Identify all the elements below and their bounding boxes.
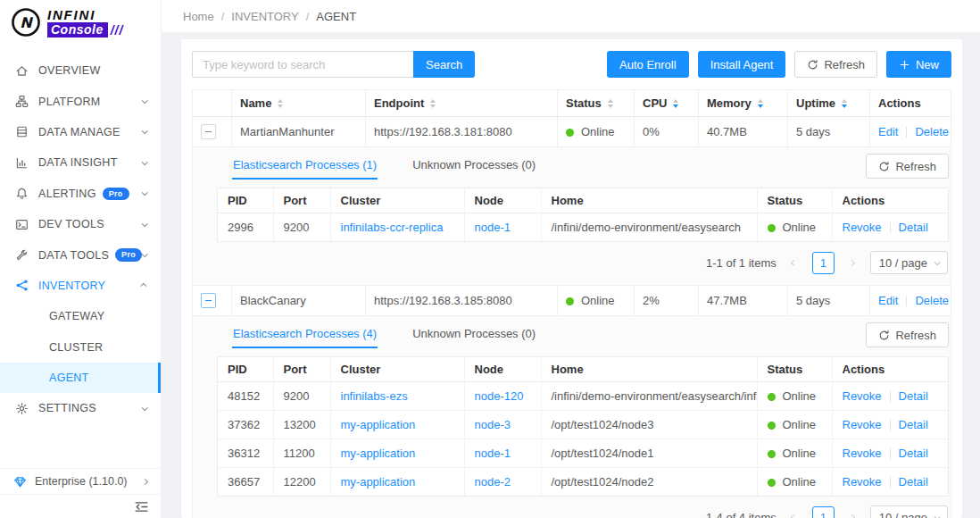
delete-link[interactable]: Delete <box>915 125 949 138</box>
sidebar-item-data-tools[interactable]: DATA TOOLSPro <box>0 239 161 270</box>
detail-link[interactable]: Detail <box>899 475 928 489</box>
column-header-name[interactable]: Name <box>232 90 366 117</box>
column-header-cpu[interactable]: CPU <box>635 90 699 117</box>
toolbar-actions: Auto Enroll Install Agent Refresh New <box>607 51 951 78</box>
search-input[interactable] <box>192 51 413 78</box>
cluster-link[interactable]: infinilabs-ezs <box>341 389 408 403</box>
inventory-icon <box>15 279 29 292</box>
tab-elasticsearch-processes-1[interactable]: Elasticsearch Processes (1) <box>232 153 378 180</box>
process-actions-cell: RevokeDetail <box>832 382 948 411</box>
column-header-endpoint[interactable]: Endpoint <box>366 90 558 117</box>
process-column-header-actions: Actions <box>832 357 948 382</box>
node-link[interactable]: node-3 <box>475 418 511 431</box>
sidebar-item-data-manage[interactable]: DATA MANAGE <box>0 117 161 147</box>
sidebar-item-settings[interactable]: SETTINGS <box>0 393 161 423</box>
search-button[interactable]: Search <box>413 51 475 78</box>
next-page-button[interactable] <box>843 506 862 518</box>
refresh-button[interactable]: Refresh <box>794 51 877 78</box>
cluster-link[interactable]: my-application <box>341 447 416 460</box>
process-column-header-pid: PID <box>218 188 273 213</box>
sidebar-item-label: SETTINGS <box>38 402 96 414</box>
sidebar-item-dev-tools[interactable]: DEV TOOLS <box>0 209 161 239</box>
sort-carets-icon[interactable] <box>278 99 283 108</box>
detail-link[interactable]: Detail <box>899 389 928 403</box>
sort-carets-icon[interactable] <box>673 99 678 108</box>
process-column-header-port: Port <box>273 188 330 213</box>
sort-carets-icon[interactable] <box>430 99 436 108</box>
revoke-link[interactable]: Revoke <box>843 221 882 234</box>
detail-link[interactable]: Detail <box>899 418 928 431</box>
sort-carets-icon[interactable] <box>842 99 847 108</box>
next-page-button[interactable] <box>843 252 862 273</box>
auto-enroll-button[interactable]: Auto Enroll <box>607 51 689 78</box>
sidebar-footer: Enterprise (1.10.0) <box>0 468 161 518</box>
process-node-cell: node-1 <box>464 213 541 242</box>
revoke-link[interactable]: Revoke <box>843 475 882 489</box>
sort-carets-icon[interactable] <box>608 99 613 108</box>
edit-link[interactable]: Edit <box>878 294 898 307</box>
sidebar-item-alerting[interactable]: ALERTINGPro <box>0 179 161 209</box>
page-size-value: 10 / page <box>879 256 927 270</box>
minus-icon <box>205 131 212 132</box>
process-column-header-status: Status <box>757 357 832 382</box>
tab-unknown-processes-0[interactable]: Unknown Processes (0) <box>411 322 536 348</box>
page-1-button[interactable]: 1 <box>812 252 835 274</box>
column-header-status[interactable]: Status <box>558 90 635 117</box>
install-agent-button[interactable]: Install Agent <box>698 51 786 78</box>
detail-link[interactable]: Detail <box>899 221 928 234</box>
cluster-link[interactable]: my-application <box>341 475 416 489</box>
breadcrumb-inventory[interactable]: INVENTORY <box>231 10 298 23</box>
prev-page-button[interactable] <box>785 506 804 518</box>
column-label: Endpoint <box>374 96 424 110</box>
sidebar-item-gateway[interactable]: GATEWAY <box>0 301 161 331</box>
column-label: Name <box>240 96 271 110</box>
page-size-select[interactable]: 10 / page <box>870 505 948 518</box>
panel-refresh-label: Refresh <box>895 160 936 173</box>
edit-link[interactable]: Edit <box>878 125 898 138</box>
node-link[interactable]: node-1 <box>475 221 511 234</box>
menu-fold-icon[interactable] <box>134 499 149 514</box>
column-header-uptime[interactable]: Uptime <box>788 90 870 117</box>
actions-divider <box>890 420 891 430</box>
sidebar-item-cluster[interactable]: CLUSTER <box>0 332 161 363</box>
panel-refresh-button[interactable]: Refresh <box>866 154 949 179</box>
cluster-link[interactable]: infinilabs-ccr-replica <box>341 221 444 234</box>
revoke-link[interactable]: Revoke <box>843 389 882 403</box>
sidebar-item-inventory[interactable]: INVENTORY <box>0 271 161 301</box>
sidebar-item-platform[interactable]: PLATFORM <box>0 86 161 116</box>
prev-page-button[interactable] <box>785 252 804 273</box>
sort-caret-up-icon <box>278 99 283 103</box>
tab-unknown-processes-0[interactable]: Unknown Processes (0) <box>411 153 536 180</box>
process-home-cell: /opt/test1024/node3 <box>541 411 757 439</box>
sidebar-item-label: GATEWAY <box>49 310 104 322</box>
page-size-select[interactable]: 10 / page <box>870 251 948 274</box>
breadcrumb-home[interactable]: Home <box>183 10 214 23</box>
agent-cpu-cell: 0% <box>635 117 699 147</box>
app-logo[interactable]: N INFINI Console /// <box>0 0 161 43</box>
collapse-row-button[interactable] <box>201 293 216 308</box>
revoke-link[interactable]: Revoke <box>843 447 882 460</box>
node-link[interactable]: node-1 <box>475 447 511 460</box>
tab-elasticsearch-processes-4[interactable]: Elasticsearch Processes (4) <box>232 322 378 348</box>
sort-caret-up-icon <box>430 99 436 103</box>
detail-link[interactable]: Detail <box>899 447 928 460</box>
delete-link[interactable]: Delete <box>915 294 949 307</box>
panel-refresh-button[interactable]: Refresh <box>866 322 949 347</box>
sidebar-item-data-insight[interactable]: DATA INSIGHT <box>0 147 161 178</box>
page-1-button[interactable]: 1 <box>812 506 835 518</box>
column-header-memory[interactable]: Memory <box>699 90 788 117</box>
sidebar-item-label: PLATFORM <box>38 96 101 108</box>
sidebar-item-overview[interactable]: OVERVIEW <box>0 55 161 86</box>
new-button[interactable]: New <box>886 51 951 78</box>
sort-caret-down-icon <box>430 104 436 108</box>
revoke-link[interactable]: Revoke <box>843 418 882 431</box>
node-link[interactable]: node-120 <box>475 389 524 403</box>
cluster-link[interactable]: my-application <box>341 418 416 431</box>
sidebar-item-agent[interactable]: AGENT <box>0 363 161 393</box>
node-link[interactable]: node-2 <box>475 475 511 489</box>
license-item[interactable]: Enterprise (1.10.0) <box>0 469 161 494</box>
sidebar: N INFINI Console /// OVERVIEWPLATFORMDAT… <box>0 0 162 518</box>
data-tools-icon <box>15 248 29 262</box>
sort-carets-icon[interactable] <box>758 99 763 108</box>
collapse-row-button[interactable] <box>201 124 216 139</box>
